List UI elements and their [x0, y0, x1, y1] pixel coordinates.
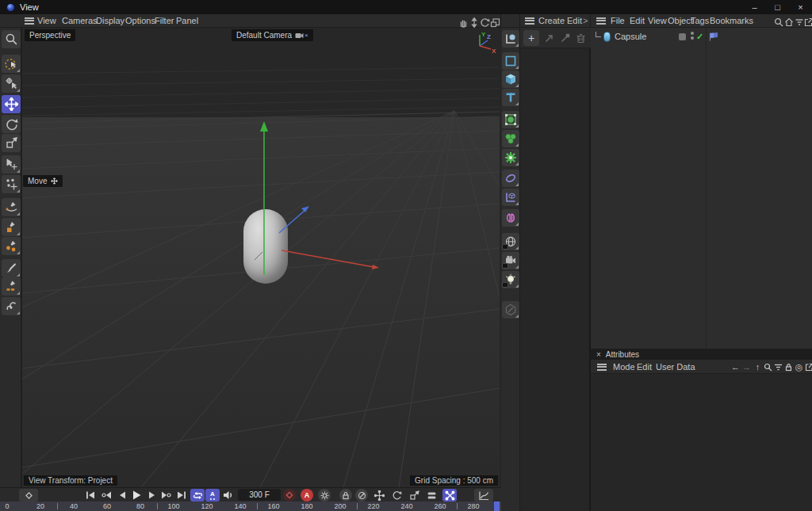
- spline-primitive-button[interactable]: [502, 52, 519, 70]
- generator-button[interactable]: [502, 149, 519, 166]
- move-gizmo[interactable]: [22, 28, 500, 487]
- view-label[interactable]: Perspective: [25, 29, 75, 41]
- material-menu-icon[interactable]: [523, 14, 536, 27]
- loop-playback-button[interactable]: [190, 489, 205, 501]
- record-pla-toggle[interactable]: [442, 489, 457, 501]
- autokey-button[interactable]: A: [301, 489, 313, 501]
- load-material-icon[interactable]: [541, 30, 557, 46]
- keyframe-selection-button[interactable]: [318, 489, 331, 501]
- pen-tool-button[interactable]: [502, 30, 519, 48]
- add-material-button[interactable]: +: [523, 30, 539, 46]
- menu-display[interactable]: Display: [94, 14, 126, 27]
- camera-label[interactable]: Default Camera ×: [232, 29, 313, 41]
- timeline-ruler[interactable]: 0 20 40 60 80 100 120 140 160 180 200 22…: [0, 501, 501, 511]
- attr-popout-icon[interactable]: [804, 361, 812, 372]
- transform-tool-button[interactable]: [2, 155, 21, 174]
- om-menu-file[interactable]: File: [609, 14, 626, 27]
- animation-palette-button[interactable]: A: [205, 489, 220, 501]
- phong-tag-icon[interactable]: [709, 32, 718, 41]
- light-create-button[interactable]: [502, 271, 519, 288]
- pick-material-icon[interactable]: [557, 30, 573, 46]
- spline-arc-tool-button[interactable]: [2, 237, 21, 255]
- record-options-button[interactable]: [355, 489, 368, 501]
- cluster-button[interactable]: [502, 130, 519, 147]
- subdivision-surface-button[interactable]: [502, 111, 519, 128]
- attributes-close-icon[interactable]: ×: [596, 350, 601, 359]
- brush-tool-button[interactable]: [2, 259, 21, 277]
- close-button[interactable]: ×: [789, 0, 812, 14]
- record-scale-toggle[interactable]: [408, 489, 421, 501]
- spline-ellipse-button[interactable]: [502, 170, 519, 187]
- attr-lock-icon[interactable]: [783, 361, 794, 372]
- record-position-toggle[interactable]: [373, 489, 386, 501]
- next-frame-button[interactable]: [144, 489, 159, 501]
- attr-filter-icon[interactable]: [773, 361, 783, 372]
- lock-record-button[interactable]: [339, 489, 352, 501]
- keyframe-diamond-button[interactable]: [19, 489, 38, 501]
- environment-button[interactable]: [502, 233, 519, 250]
- move-tool-button[interactable]: [2, 95, 21, 113]
- symmetry-button[interactable]: [502, 209, 519, 227]
- prev-frame-button[interactable]: [115, 489, 129, 501]
- search-tool-button[interactable]: [2, 30, 21, 48]
- attr-menu-mode[interactable]: Mode: [611, 360, 637, 373]
- next-key-button[interactable]: [159, 489, 173, 501]
- rotate-tool-button[interactable]: [2, 115, 21, 133]
- attr-target-icon[interactable]: ◎: [794, 361, 804, 372]
- viewport-menu-icon[interactable]: [23, 14, 36, 27]
- menu-options[interactable]: Options: [124, 14, 157, 27]
- tweak-selection-tool-button[interactable]: [2, 74, 21, 93]
- attr-back-icon[interactable]: ←: [730, 361, 741, 372]
- primitive-cube-button[interactable]: [502, 71, 519, 88]
- minimize-button[interactable]: –: [743, 0, 766, 14]
- menu-view[interactable]: View: [36, 14, 58, 27]
- prev-key-button[interactable]: [99, 489, 113, 501]
- om-menu-view[interactable]: View: [646, 14, 668, 27]
- record-keyframe-button[interactable]: [283, 489, 296, 501]
- visibility-dots[interactable]: [691, 32, 694, 40]
- timeline-window-button[interactable]: [474, 489, 493, 501]
- menu-panel[interactable]: Panel: [174, 14, 200, 27]
- camera-create-button[interactable]: [502, 252, 519, 269]
- goto-start-button[interactable]: [83, 489, 98, 501]
- menu-create[interactable]: Create: [537, 14, 566, 27]
- workplane-button[interactable]: [502, 189, 519, 206]
- viewport-3d[interactable]: Perspective Default Camera × Y Z X Move …: [22, 28, 500, 487]
- layer-chip[interactable]: [679, 33, 686, 40]
- attr-forward-icon[interactable]: →: [741, 361, 752, 372]
- menu-filter[interactable]: Filter: [153, 14, 175, 27]
- object-name[interactable]: Capsule: [615, 32, 646, 41]
- material-create-button[interactable]: [502, 301, 519, 318]
- attr-up-icon[interactable]: ↑: [753, 361, 763, 372]
- live-selection-tool-button[interactable]: [2, 55, 21, 73]
- spline-pen-tool-button[interactable]: [2, 198, 21, 216]
- spline-smooth-tool-button[interactable]: [2, 218, 21, 236]
- attributes-menu-icon[interactable]: [596, 360, 608, 373]
- snap-tool-button[interactable]: [2, 175, 21, 193]
- attr-menu-userdata[interactable]: User Data: [654, 360, 697, 373]
- goto-end-button[interactable]: [174, 489, 189, 501]
- ruler-tick: [257, 503, 258, 509]
- delete-material-icon[interactable]: [573, 30, 588, 46]
- enabled-check-icon[interactable]: ✓: [696, 32, 703, 42]
- current-frame-marker[interactable]: [494, 501, 500, 511]
- om-menu-icon[interactable]: [595, 14, 607, 27]
- record-rotation-toggle[interactable]: [390, 489, 404, 501]
- menu-overflow-chevron[interactable]: >: [581, 14, 589, 27]
- record-parameter-toggle[interactable]: [425, 489, 439, 501]
- play-button[interactable]: [129, 489, 144, 501]
- sketch-tool-button[interactable]: [2, 297, 21, 315]
- attr-search-icon[interactable]: [763, 361, 773, 372]
- attr-menu-edit[interactable]: Edit: [635, 360, 653, 373]
- menu-cameras[interactable]: Cameras: [60, 14, 99, 27]
- maximize-button[interactable]: □: [766, 0, 789, 14]
- om-menu-bookmarks[interactable]: Bookmarks: [708, 14, 755, 27]
- current-frame-field[interactable]: 300 F: [238, 489, 281, 501]
- motext-button[interactable]: [502, 89, 519, 106]
- spline-line-tool-button[interactable]: [2, 277, 21, 296]
- om-menu-edit[interactable]: Edit: [628, 14, 646, 27]
- om-popout-icon[interactable]: [802, 16, 812, 29]
- object-row-capsule[interactable]: Capsule ✓: [591, 30, 812, 43]
- sound-button[interactable]: [221, 489, 236, 501]
- scale-tool-button[interactable]: [2, 134, 21, 152]
